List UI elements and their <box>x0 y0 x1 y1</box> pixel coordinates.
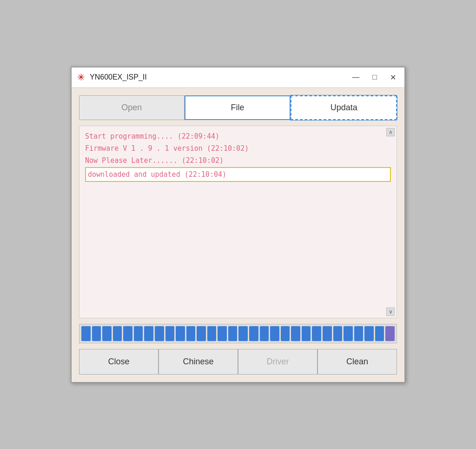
window-controls: — □ ✕ <box>349 72 399 83</box>
seg-21 <box>291 326 300 341</box>
seg-24 <box>323 326 332 341</box>
log-area: Start programming.... (22:09:44) Firmwar… <box>79 126 397 318</box>
window-title: YN600EX_ISP_II <box>90 73 349 81</box>
open-button[interactable]: Open <box>79 95 185 120</box>
seg-17 <box>249 326 258 341</box>
top-toolbar: Open File Updata <box>79 95 397 120</box>
seg-22 <box>302 326 311 341</box>
progress-bar <box>79 324 397 343</box>
clean-button[interactable]: Clean <box>317 349 397 375</box>
log-line-4: downloaded and updated (22:10:04) <box>85 167 391 182</box>
log-line-1: Start programming.... (22:09:44) <box>85 131 391 142</box>
seg-3 <box>102 326 112 341</box>
seg-15 <box>228 326 238 341</box>
seg-5 <box>123 326 132 341</box>
progress-segments <box>81 326 395 341</box>
seg-28 <box>364 326 374 341</box>
file-button[interactable]: File <box>185 95 291 120</box>
seg-26 <box>344 326 353 341</box>
seg-7 <box>144 326 153 341</box>
seg-4 <box>113 326 122 341</box>
seg-11 <box>186 326 196 341</box>
seg-27 <box>354 326 364 341</box>
title-bar: ✳ YN600EX_ISP_II — □ ✕ <box>72 67 404 88</box>
seg-8 <box>155 326 164 341</box>
main-window: ✳ YN600EX_ISP_II — □ ✕ Open File Updata … <box>71 67 405 383</box>
log-line-3: Now Please Later...... (22:10:02) <box>85 155 391 166</box>
driver-button: Driver <box>238 349 317 375</box>
seg-1 <box>81 326 91 341</box>
seg-18 <box>260 326 269 341</box>
seg-9 <box>165 326 175 341</box>
scroll-up-arrow[interactable]: ∧ <box>386 128 395 136</box>
minimize-button[interactable]: — <box>349 72 362 82</box>
seg-6 <box>134 326 143 341</box>
app-icon: ✳ <box>77 72 85 83</box>
main-content: Open File Updata Start programming.... (… <box>72 88 404 382</box>
seg-19 <box>270 326 279 341</box>
close-button[interactable]: Close <box>79 349 159 375</box>
seg-13 <box>207 326 217 341</box>
maximize-button[interactable]: □ <box>370 72 380 82</box>
log-line-2: Firmware V 1 . 9 . 1 version (22:10:02) <box>85 143 391 154</box>
seg-20 <box>281 326 290 341</box>
seg-29 <box>375 326 384 341</box>
seg-12 <box>197 326 206 341</box>
chinese-button[interactable]: Chinese <box>159 349 238 375</box>
seg-14 <box>218 326 227 341</box>
seg-10 <box>176 326 185 341</box>
seg-2 <box>92 326 101 341</box>
bottom-toolbar: Close Chinese Driver Clean <box>79 349 397 375</box>
updata-button[interactable]: Updata <box>291 95 397 120</box>
close-window-button[interactable]: ✕ <box>387 72 399 83</box>
scroll-down-arrow[interactable]: ∨ <box>386 308 395 316</box>
seg-30 <box>385 326 395 341</box>
log-scrollbar: ∧ ∨ <box>386 128 395 316</box>
seg-16 <box>238 326 248 341</box>
seg-25 <box>333 326 343 341</box>
seg-23 <box>312 326 321 341</box>
